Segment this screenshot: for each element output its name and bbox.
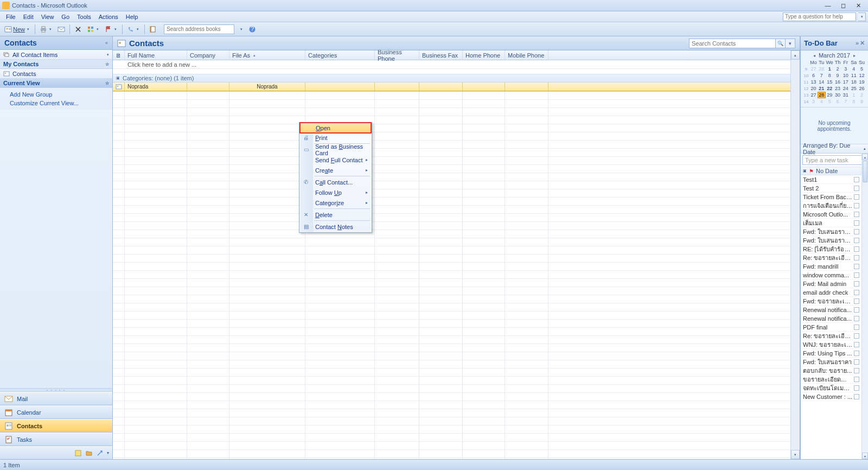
task-checkbox[interactable] <box>854 351 859 356</box>
new-contact-row[interactable]: Click here to add a new ... <box>113 60 800 69</box>
ctx-call-contact[interactable]: ✆ Call Contact... <box>300 177 371 187</box>
calendar-day[interactable]: 21 <box>818 85 826 92</box>
task-item[interactable]: จดทะเบียนโดเมน...⚑ <box>801 384 868 392</box>
calendar-day[interactable]: 6 <box>834 98 842 105</box>
search-icon[interactable]: 🔍 <box>776 39 786 48</box>
ctx-follow-up[interactable]: Follow Up▸ <box>300 187 371 198</box>
search-contacts-input[interactable] <box>689 39 776 48</box>
task-item[interactable]: Test1⚑ <box>801 175 868 184</box>
calendar-day[interactable]: 5 <box>858 66 866 72</box>
calendar-day[interactable]: 8 <box>850 98 858 105</box>
calendar-day[interactable]: 16 <box>834 79 842 85</box>
address-book-search[interactable] <box>162 24 236 35</box>
col-fullname[interactable]: Full Name <box>125 50 187 60</box>
calendar-day[interactable]: 22 <box>826 85 834 92</box>
calendar-day[interactable]: 19 <box>858 79 866 85</box>
task-scrollbar[interactable]: ▴ ▾ <box>861 154 868 459</box>
task-checkbox[interactable] <box>854 177 859 182</box>
task-checkbox[interactable] <box>854 394 859 399</box>
calendar-day[interactable]: 1 <box>850 92 858 98</box>
nav-button-contacts[interactable]: Contacts <box>0 419 112 433</box>
dial-button[interactable]: ▾ <box>125 24 142 35</box>
add-new-group-link[interactable]: Add New Group <box>0 90 112 99</box>
find-contact-button[interactable] <box>148 24 158 35</box>
task-checkbox[interactable] <box>854 359 859 365</box>
col-busphone[interactable]: Business Phone <box>375 50 419 60</box>
ctx-delete[interactable]: ✕ Delete <box>300 209 371 220</box>
calendar-day[interactable]: 9 <box>834 72 842 79</box>
categorize-toolbar-button[interactable]: ▾ <box>85 24 101 35</box>
calendar-day[interactable]: 29 <box>826 92 834 98</box>
task-checkbox[interactable] <box>854 377 859 382</box>
task-checkbox[interactable] <box>854 264 859 269</box>
calendar-day[interactable]: 14 <box>818 79 826 85</box>
help-search[interactable] <box>783 12 856 21</box>
calendar-day[interactable]: 15 <box>826 79 834 85</box>
menu-help[interactable]: Help <box>122 12 142 21</box>
calendar-day[interactable]: 26 <box>858 85 866 92</box>
nav-button-mail[interactable]: Mail <box>0 392 112 405</box>
calendar-day[interactable]: 1 <box>826 66 834 72</box>
task-item[interactable]: Fwd: ขอรายละเอี...⚑ <box>801 297 868 306</box>
col-company[interactable]: Company <box>187 50 229 60</box>
print-button[interactable]: ▾ <box>38 24 54 35</box>
calendar-day[interactable]: 13 <box>809 79 818 85</box>
folder-icon[interactable] <box>85 449 93 457</box>
my-contacts-section[interactable]: My Contacts ☆ <box>0 60 112 69</box>
task-checkbox[interactable] <box>854 385 859 391</box>
contact-row-noprada[interactable]: Noprada Noprada <box>113 82 800 91</box>
task-item[interactable]: Fwd: mandrill⚑ <box>801 262 868 271</box>
task-checkbox[interactable] <box>854 316 859 321</box>
cal-prev-button[interactable]: ◂ <box>813 53 815 58</box>
nav-collapse-button[interactable]: « <box>105 40 108 46</box>
task-checkbox[interactable] <box>854 238 859 243</box>
category-header[interactable]: ▣ Categories: (none) (1 item) <box>113 74 800 82</box>
task-checkbox[interactable] <box>854 246 859 252</box>
task-checkbox[interactable] <box>854 194 859 200</box>
nav-button-calendar[interactable]: Calendar <box>0 405 112 419</box>
delete-button[interactable] <box>73 24 84 35</box>
help-input[interactable] <box>783 12 856 21</box>
ctx-open[interactable]: Open <box>300 123 371 133</box>
scroll-down-button[interactable]: ▾ <box>791 450 800 459</box>
task-item[interactable]: Test 2⚑ <box>801 184 868 193</box>
task-checkbox[interactable] <box>854 186 859 191</box>
scroll-up-button[interactable]: ▴ <box>791 50 800 60</box>
address-book-dropdown[interactable]: ▾ <box>238 24 245 35</box>
task-checkbox[interactable] <box>854 325 859 330</box>
ctx-create[interactable]: Create▸ <box>300 165 371 175</box>
calendar-day[interactable]: 28 <box>818 66 826 72</box>
task-arranged-header[interactable]: Arranged By: Due Date▴ <box>801 144 868 154</box>
task-checkbox[interactable] <box>854 203 859 208</box>
calendar-day[interactable]: 4 <box>818 98 826 105</box>
calendar-day[interactable]: 20 <box>809 85 818 92</box>
task-item[interactable]: WNJ: ขอรายละเอี...⚑ <box>801 340 868 349</box>
calendar-day[interactable]: 6 <box>809 72 818 79</box>
followup-toolbar-button[interactable]: ▾ <box>103 24 119 35</box>
task-checkbox[interactable] <box>854 290 859 295</box>
contacts-folder[interactable]: Contacts <box>0 69 112 79</box>
ctx-send-full-contact[interactable]: Send Full Contact▸ <box>300 155 371 165</box>
new-task-input[interactable]: Type a new task <box>802 155 866 165</box>
task-scroll-thumb[interactable] <box>863 161 867 182</box>
calendar-day[interactable]: 27 <box>809 66 818 72</box>
nav-config-button[interactable]: ▾ <box>107 450 109 455</box>
task-checkbox[interactable] <box>854 255 859 261</box>
calendar-day[interactable]: 5 <box>826 98 834 105</box>
calendar-day[interactable]: 30 <box>834 92 842 98</box>
todo-minimize-button[interactable]: » <box>856 40 859 47</box>
task-checkbox[interactable] <box>854 212 859 217</box>
task-scroll-down[interactable]: ▾ <box>862 453 868 459</box>
task-scroll-up[interactable]: ▴ <box>862 154 868 160</box>
menu-go[interactable]: Go <box>58 12 73 21</box>
calendar-day[interactable]: 3 <box>809 98 818 105</box>
calendar-day[interactable]: 18 <box>850 79 858 85</box>
shortcuts-icon[interactable] <box>96 449 104 457</box>
all-contact-items[interactable]: All Contact Items ▾ <box>0 50 112 60</box>
menu-actions[interactable]: Actions <box>95 12 122 21</box>
task-item[interactable]: การแจ้งเตือนเกี่ยวก...⚑ <box>801 201 868 210</box>
calendar-day[interactable]: 7 <box>841 98 850 105</box>
ctx-print[interactable]: 🖨 Print <box>300 132 371 143</box>
task-checkbox[interactable] <box>854 281 859 287</box>
task-checkbox[interactable] <box>854 342 859 347</box>
